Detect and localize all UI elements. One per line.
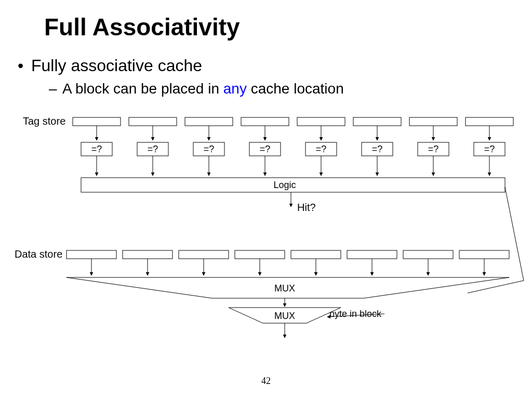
tag-store-row [73,117,513,126]
svg-rect-1 [129,117,177,126]
svg-rect-2 [185,117,233,126]
mux1-label: MUX [274,283,295,294]
svg-rect-38 [403,250,453,259]
svg-rect-32 [66,250,116,259]
comp-label-8: =? [484,144,495,154]
comp-label-2: =? [148,144,158,154]
comp-label-4: =? [260,144,271,154]
svg-rect-36 [291,250,341,259]
data-store-row [66,250,509,259]
svg-rect-6 [409,117,457,126]
svg-rect-0 [73,117,121,126]
comp-label-7: =? [428,144,439,154]
svg-rect-33 [123,250,172,259]
comp-to-logic-arrows [97,156,489,176]
comp-label-1: =? [91,144,102,154]
svg-rect-5 [353,117,401,126]
byte-to-mux2-arrow [327,314,384,317]
diagram-svg: =? =? =? =? =? =? =? =? [0,0,532,399]
svg-rect-39 [459,250,509,259]
tag-to-comp-arrows [97,126,489,140]
mux2-label: MUX [274,311,295,321]
page-number: 42 [0,376,532,387]
comp-label-6: =? [372,144,383,154]
svg-rect-4 [297,117,345,126]
data-to-mux-arrows [91,259,484,275]
logic-label: Logic [273,180,296,190]
comp-label-3: =? [204,144,215,154]
comparator-row: =? =? =? =? =? =? =? =? [81,142,505,156]
comp-label-5: =? [316,144,327,154]
svg-rect-37 [347,250,397,259]
svg-rect-35 [235,250,285,259]
svg-rect-34 [179,250,229,259]
logic-to-mux1-line [468,187,524,293]
svg-rect-3 [241,117,289,126]
svg-rect-7 [466,117,513,126]
